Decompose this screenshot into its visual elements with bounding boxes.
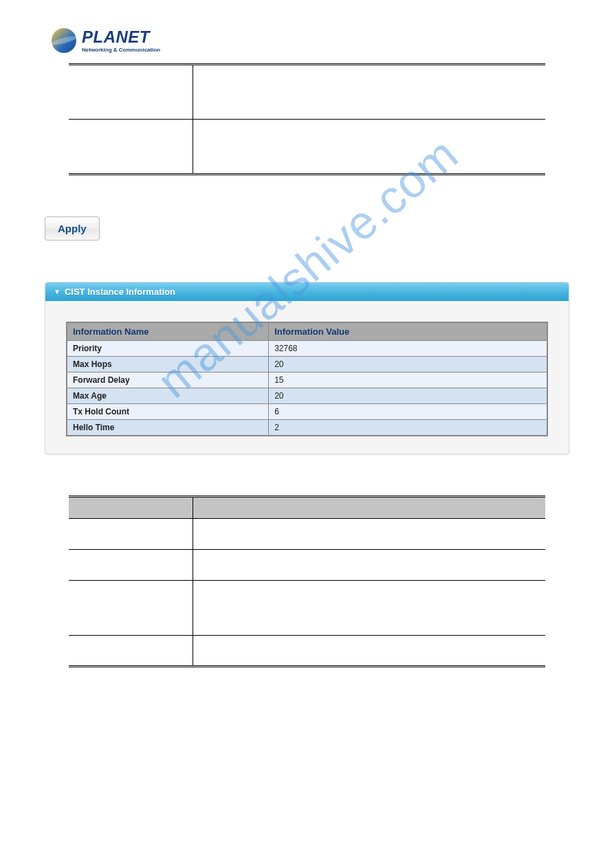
- panel-title: CIST Instance Information: [65, 287, 175, 297]
- param-cell: [69, 65, 193, 120]
- globe-icon: [52, 28, 76, 53]
- header-cell: [69, 497, 193, 519]
- info-table: Information Name Information Value Prior…: [66, 322, 548, 436]
- table-row: Max Hops 20: [67, 357, 547, 372]
- info-value: 2: [269, 420, 547, 436]
- info-name: Max Hops: [67, 357, 269, 372]
- table-row: Forward Delay 15: [67, 372, 547, 388]
- info-value: 20: [269, 388, 547, 404]
- info-name: Max Age: [67, 388, 269, 404]
- table-row: Priority 32768: [67, 341, 547, 357]
- param-cell: [69, 120, 193, 175]
- header-value: Information Value: [269, 323, 547, 341]
- param-cell: [69, 581, 193, 636]
- table-row: Hello Time 2: [67, 420, 547, 436]
- logo-text: PLANET Networking & Communication: [82, 27, 160, 53]
- table-row: [69, 519, 545, 550]
- table-header-row: [69, 497, 545, 519]
- info-value: 20: [269, 357, 547, 372]
- info-value: 15: [269, 372, 547, 388]
- header-cell: [193, 497, 545, 519]
- desc-cell: [193, 120, 545, 175]
- logo-name: PLANET: [82, 27, 160, 47]
- table-header-row: Information Name Information Value: [67, 323, 547, 341]
- info-value: 6: [269, 404, 547, 420]
- header-name: Information Name: [67, 323, 269, 341]
- logo-tagline: Networking & Communication: [82, 47, 160, 53]
- table-row: [69, 65, 545, 120]
- table-row: [69, 581, 545, 636]
- panel-header[interactable]: ▼ CIST Instance Information: [45, 282, 569, 301]
- info-name: Hello Time: [67, 420, 269, 436]
- param-cell: [69, 550, 193, 581]
- table-row: Tx Hold Count 6: [67, 404, 547, 420]
- apply-button[interactable]: Apply: [45, 216, 100, 241]
- info-name: Priority: [67, 341, 269, 357]
- info-name: Tx Hold Count: [67, 404, 269, 420]
- desc-cell: [193, 636, 545, 667]
- top-parameter-table: [69, 63, 545, 175]
- description-table: [69, 496, 545, 667]
- cist-panel: ▼ CIST Instance Information Information …: [45, 282, 569, 454]
- table-row: [69, 120, 545, 175]
- desc-cell: [193, 581, 545, 636]
- desc-cell: [193, 550, 545, 581]
- logo-area: PLANET Networking & Communication: [52, 27, 593, 53]
- info-name: Forward Delay: [67, 372, 269, 388]
- table-row: [69, 636, 545, 667]
- desc-cell: [193, 519, 545, 550]
- param-cell: [69, 519, 193, 550]
- param-cell: [69, 636, 193, 667]
- table-row: Max Age 20: [67, 388, 547, 404]
- table-row: [69, 550, 545, 581]
- info-value: 32768: [269, 341, 547, 357]
- chevron-down-icon: ▼: [54, 288, 61, 296]
- desc-cell: [193, 65, 545, 120]
